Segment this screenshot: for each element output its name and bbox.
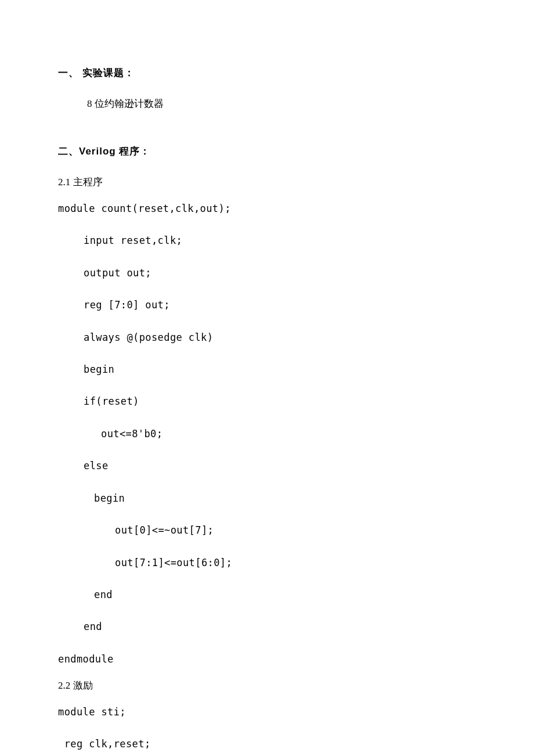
- code-line: out[0]<=~out[7];: [115, 521, 476, 539]
- section-1-content: 8 位约翰逊计数器: [87, 95, 476, 113]
- code-line: output out;: [84, 264, 476, 282]
- subsection-2-2-title: 2.2 激励: [58, 676, 476, 694]
- code-line: endmodule: [58, 650, 476, 668]
- code-line: reg clk,reset;: [58, 735, 476, 753]
- section-2-heading: 二、Verilog 程序：: [58, 142, 476, 160]
- code-line: begin: [84, 361, 476, 379]
- code-line: always @(posedge clk): [84, 329, 476, 347]
- code-line: module sti;: [58, 703, 476, 721]
- code-line: else: [84, 457, 476, 475]
- code-line: out<=8'b0;: [101, 425, 476, 443]
- code-line: reg [7:0] out;: [84, 296, 476, 314]
- code-line: end: [84, 618, 476, 636]
- code-line: out[7:1]<=out[6:0];: [115, 554, 476, 572]
- section-1-heading: 一、 实验课题：: [58, 64, 476, 82]
- code-line: module count(reset,clk,out);: [58, 200, 476, 218]
- code-line: begin: [94, 489, 476, 507]
- code-line: end: [94, 586, 476, 604]
- code-line: if(reset): [84, 393, 476, 411]
- subsection-2-1-title: 2.1 主程序: [58, 173, 476, 191]
- code-line: input reset,clk;: [84, 232, 476, 250]
